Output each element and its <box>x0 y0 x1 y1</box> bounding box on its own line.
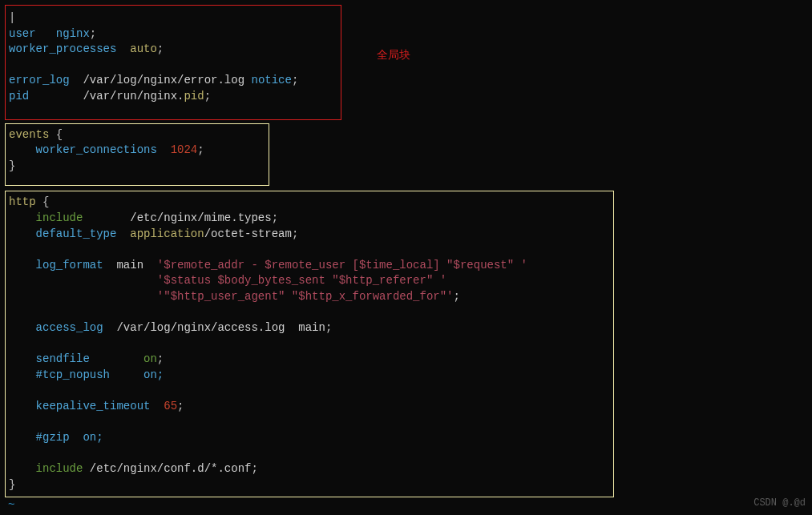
log-format-line-1: '$remote_addr - $remote_user [$time_loca… <box>157 259 527 272</box>
http-block-box: http { include /etc/nginx/mime.types; de… <box>5 191 614 497</box>
keyword-worker-connections: worker_connections <box>36 143 157 156</box>
events-block-box: events { worker_connections 1024; } <box>5 123 269 187</box>
code-line: default_type application/octet-stream; <box>9 227 610 243</box>
watermark: CSDN @.@d <box>753 497 806 510</box>
keyword-user: user <box>9 27 36 40</box>
blank-line <box>9 58 336 74</box>
code-line: } <box>9 159 265 175</box>
value-octet-stream: /octet-stream <box>204 227 292 240</box>
annotation-global-block: 全局块 <box>377 48 410 64</box>
comment-gzip: #gzip on; <box>36 431 103 444</box>
code-line: worker_connections 1024; <box>9 143 265 159</box>
keyword-error-log: error_log <box>9 74 70 87</box>
keyword-events: events <box>9 128 49 141</box>
code-line: include /etc/nginx/conf.d/*.conf; <box>9 461 610 477</box>
keyword-default-type: default_type <box>36 227 117 240</box>
path-conf-d: /etc/nginx/conf.d/*.conf <box>90 462 252 475</box>
code-line: user nginx; <box>9 26 336 42</box>
value-main-2: main <box>298 321 325 334</box>
keyword-http: http <box>9 195 36 208</box>
code-line: include /etc/nginx/mime.types; <box>9 211 610 227</box>
blank-line <box>9 446 610 462</box>
value-on: on <box>143 352 157 365</box>
value-auto: auto <box>130 42 157 55</box>
keyword-include: include <box>36 211 83 224</box>
code-line: access_log /var/log/nginx/access.log mai… <box>9 320 610 336</box>
path-access-log: /var/log/nginx/access.log <box>116 321 285 334</box>
log-format-line-2: '$status $body_bytes_sent "$http_referer… <box>157 274 446 287</box>
code-line: worker_processes auto; <box>9 42 336 58</box>
code-line: http { <box>9 195 610 211</box>
code-line: pid /var/run/nginx.pid; <box>9 89 336 105</box>
code-line: sendfile on; <box>9 352 610 368</box>
value-65: 65 <box>164 400 177 412</box>
code-line: error_log /var/log/nginx/error.log notic… <box>9 73 336 89</box>
code-line: keepalive_timeout 65; <box>9 399 610 415</box>
path-error-log: /var/log/nginx/error.log <box>83 74 244 87</box>
keyword-pid-ext: pid <box>184 90 204 103</box>
keyword-pid: pid <box>9 90 29 103</box>
keyword-notice: notice <box>251 74 291 87</box>
blank-line <box>9 242 610 258</box>
blank-line <box>9 305 610 321</box>
global-block-box: | user nginx; worker_processes auto; err… <box>5 5 341 120</box>
keyword-sendfile: sendfile <box>36 352 90 365</box>
value-application: application <box>130 227 204 240</box>
blank-line <box>9 336 610 352</box>
blank-line <box>9 383 610 399</box>
code-line: } <box>9 477 610 493</box>
code-line: '"$http_user_agent" "$http_x_forwarded_f… <box>9 289 610 305</box>
code-line: | <box>9 10 336 26</box>
blank-line <box>9 415 610 431</box>
code-line: '$status $body_bytes_sent "$http_referer… <box>9 273 610 289</box>
log-format-line-3: '"$http_user_agent" "$http_x_forwarded_f… <box>157 290 454 303</box>
path-mime-types: /etc/nginx/mime.types <box>130 211 271 224</box>
comment-tcp-nopush: #tcp_nopush on; <box>36 368 164 381</box>
code-line: #tcp_nopush on; <box>9 368 610 384</box>
keyword-worker-processes: worker_processes <box>9 42 116 55</box>
keyword-log-format: log_format <box>36 259 103 272</box>
code-line: log_format main '$remote_addr - $remote_… <box>9 258 610 274</box>
value-main: main <box>116 259 143 272</box>
keyword-include-2: include <box>36 462 83 475</box>
keyword-access-log: access_log <box>36 321 103 334</box>
keyword-nginx: nginx <box>56 27 90 40</box>
code-line: #gzip on; <box>9 430 610 446</box>
code-editor: | user nginx; worker_processes auto; err… <box>0 0 812 515</box>
keyword-keepalive-timeout: keepalive_timeout <box>36 400 151 412</box>
path-pid: /var/run/nginx. <box>83 90 184 103</box>
code-line: events { <box>9 127 265 143</box>
value-1024: 1024 <box>171 143 198 156</box>
vim-tilde: ~ <box>5 497 807 513</box>
